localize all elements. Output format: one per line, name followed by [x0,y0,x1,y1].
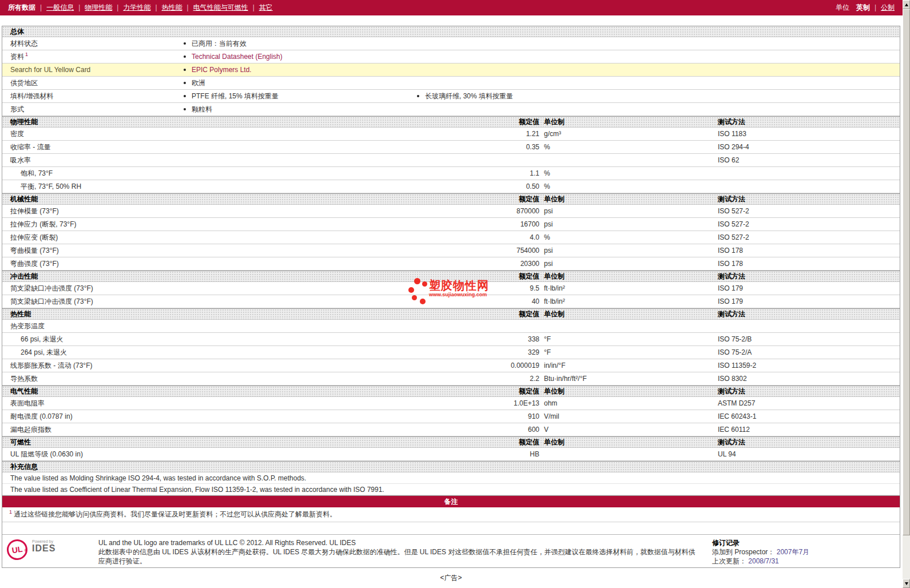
property-row: UL 阻燃等级 (0.0630 in)HBUL 94 [2,448,900,461]
property-row: 平衡, 73°F, 50% RH0.50% [2,180,900,193]
property-value: 754000 [448,244,539,257]
general-row: 供货地区欧洲 [2,77,900,90]
row-label-text: 填料/增强材料 [10,92,53,100]
property-label: 平衡, 73°F, 50% RH [2,180,448,193]
property-row: 拉伸应力 (断裂, 73°F)16700psiISO 527-2 [2,218,900,231]
value-link[interactable]: EPIC Polymers Ltd. [192,66,252,74]
property-unit: V [539,423,717,436]
nav-separator: | [117,3,118,11]
supplemental-line: The value listed as Molding Shrinkage IS… [2,472,900,484]
column-header-method: 测试方法 [717,386,900,396]
column-header-unit: 单位制 [539,437,717,447]
section-title: 补充信息 [2,463,38,471]
property-label: 简支梁缺口冲击强度 (73°F) [2,295,448,308]
property-unit: % [539,167,717,180]
value-link[interactable]: Technical Datasheet (English) [192,53,283,61]
property-label: 66 psi, 未退火 [2,333,448,345]
powered-by-block: Powered by IDES [32,539,55,567]
scroll-down-icon[interactable] [903,579,910,588]
value-text: 颗粒料 [192,105,212,113]
unit-option-1[interactable]: 公制 [881,3,895,11]
scroll-up-icon[interactable] [903,0,910,9]
property-row: 耐电强度 (0.0787 in)910V/milIEC 60243-1 [2,410,900,423]
section-title: 冲击性能 [2,271,448,281]
test-method: ISO 179 [717,295,900,308]
property-label: 密度 [2,128,448,140]
section-header: 物理性能额定值单位制测试方法 [2,116,900,128]
scrollbar-thumb[interactable] [903,9,910,535]
property-label: 表面电阻率 [2,397,448,410]
property-unit [539,320,717,332]
property-unit: psi [539,205,717,217]
property-value: 1.21 [448,128,539,140]
nav-tab-4[interactable]: 热性能 [162,3,182,11]
test-method: ISO 178 [717,257,900,270]
row-value: 颗粒料 [184,103,417,116]
row-label: 资料1 [2,50,184,63]
scrollbar-track[interactable] [903,535,910,579]
row-value: PTFE 纤维, 15% 填料按重量 [184,90,417,102]
nav-tab-0[interactable]: 所有数据 [8,3,35,11]
nav-tab-3[interactable]: 力学性能 [123,3,150,11]
property-value: 0.000019 [448,359,539,372]
section-header: 热性能额定值单位制测试方法 [2,308,900,320]
property-unit: % [539,231,717,244]
footnote-ref: 1 [25,51,28,57]
section-title: 热性能 [2,309,448,319]
watermark-text: 塑胶物性网 www.sujiaowuxing.com [429,279,489,297]
ul-ides-logo: UL ® Powered by IDES [7,538,98,567]
property-value [448,154,539,166]
property-label: 拉伸应力 (断裂, 73°F) [2,218,448,231]
footnote-marker: 1 [9,509,12,515]
property-row: 密度1.21g/cm³ISO 1183 [2,128,900,141]
nav-separator: | [40,3,42,11]
property-row: 线形膨胀系数 - 流动 (73°F)0.000019in/in/°FISO 11… [2,359,900,372]
property-label: 导热系数 [2,372,448,385]
property-value: 2.2 [448,372,539,385]
nav-tab-5[interactable]: 电气性能与可燃性 [193,3,248,11]
nav-tab-1[interactable]: 一般信息 [46,3,74,11]
units-label: 单位 [836,3,849,13]
property-unit: psi [539,244,717,257]
column-header-value: 额定值 [448,117,539,127]
nav-tab-2[interactable]: 物理性能 [85,3,112,11]
nav-tab-6[interactable]: 其它 [259,3,273,11]
revision-updated-label: 上次更新： [712,557,746,565]
property-unit: °F [539,346,717,359]
row-value: Technical Datasheet (English) [184,50,417,63]
property-value: 0.50 [448,180,539,193]
section-title: 电气性能 [2,386,448,396]
property-value: 338 [448,333,539,345]
section-title: 物理性能 [2,117,448,127]
value-text: 长玻璃纤维, 30% 填料按重量 [425,92,513,100]
general-row: 材料状态已商用：当前有效 [2,37,900,50]
nav-separator: | [253,3,255,11]
property-label: 弯曲强度 (73°F) [2,257,448,270]
property-unit: psi [539,257,717,270]
test-method: ISO 178 [717,244,900,257]
row-label: 材料状态 [2,37,184,50]
property-label: 264 psi, 未退火 [2,346,448,359]
general-rows: 材料状态已商用：当前有效资料1Technical Datasheet (Engl… [2,37,900,116]
ul-logo-icon: UL ® [6,538,29,562]
test-method: ISO 8302 [717,372,900,385]
row-label: 填料/增强材料 [2,90,184,102]
column-header-value: 额定值 [448,309,539,319]
row-label-text: 材料状态 [10,39,38,47]
vertical-scrollbar[interactable] [903,0,910,588]
row-value: 欧洲 [184,77,417,89]
bullet-icon [184,69,186,71]
property-label: 收缩率 - 流量 [2,141,448,153]
unit-option-0[interactable]: 英制 [856,3,870,11]
property-label: UL 阻燃等级 (0.0630 in) [2,448,448,460]
test-method: ISO 75-2/B [717,333,900,345]
property-unit: % [539,141,717,153]
column-header-method: 测试方法 [717,437,900,447]
column-header-unit: 单位制 [539,271,717,281]
property-value: 1.0E+13 [448,397,539,410]
row-label-text: 形式 [10,105,24,113]
property-row: 吸水率ISO 62 [2,154,900,167]
footnote-text: 通过这些链接您能够访问供应商资料。我们尽量保证及时更新资料；不过您可以从供应商处… [14,510,336,518]
watermark-dots-icon [407,278,427,304]
row-label-text: 供货地区 [10,79,38,87]
